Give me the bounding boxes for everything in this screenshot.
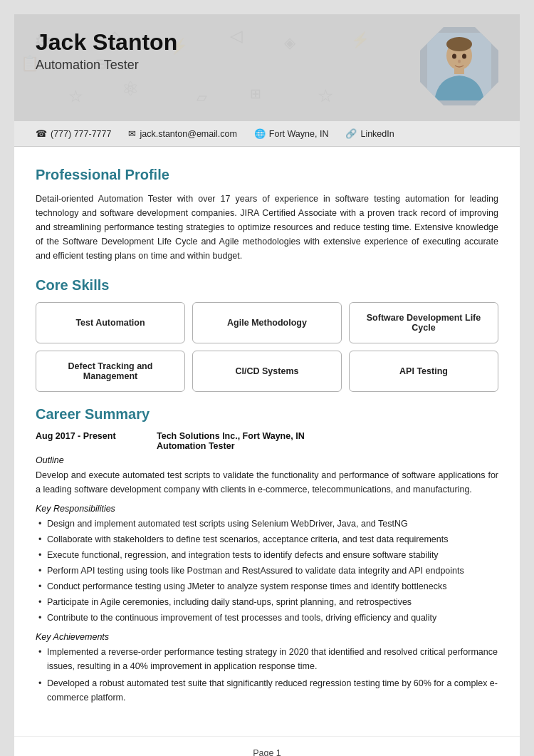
contact-location: 🌐 Fort Wayne, IN <box>254 128 329 139</box>
contact-linkedin[interactable]: 🔗 LinkedIn <box>345 128 394 139</box>
job-role-1: Automation Tester <box>157 441 235 451</box>
svg-point-17 <box>452 53 456 58</box>
skill-card-5: CI/CD Systems <box>192 351 342 392</box>
achievement-2: Developed a robust automated test suite … <box>36 676 498 705</box>
job-company-1: Tech Solutions Inc., Fort Wayne, IN <box>157 431 305 441</box>
contact-bar: ☎ (777) 777-7777 ✉ jack.stanton@email.co… <box>14 121 520 147</box>
svg-text:⚛: ⚛ <box>122 78 139 100</box>
page-footer: Page 1 <box>14 736 520 756</box>
job-header-1: Aug 2017 - Present Tech Solutions Inc., … <box>36 431 498 451</box>
career-section-title: Career Summary <box>36 406 498 423</box>
svg-text:☆: ☆ <box>68 87 83 105</box>
svg-point-19 <box>458 59 461 63</box>
responsibility-2: Collaborate with stakeholders to define … <box>36 532 498 547</box>
achievements-label: Key Achievements <box>36 632 498 642</box>
responsibilities-list: Design and implement automated test scri… <box>36 517 498 625</box>
responsibility-7: Contribute to the continuous improvement… <box>36 611 498 625</box>
header-section: ⚙ ☆ ◇ ⚛ ⚡ ▱ ◁ ⊞ ◈ ☆ ⚡ 📋 ⊟ Jack Stanton A… <box>14 14 520 121</box>
skill-card-2: Agile Methodology <box>192 302 342 343</box>
job-entry-1: Aug 2017 - Present Tech Solutions Inc., … <box>36 431 498 705</box>
career-section: Career Summary Aug 2017 - Present Tech S… <box>36 406 498 705</box>
profile-text: Detail-oriented Automation Tester with o… <box>36 192 498 263</box>
svg-rect-16 <box>454 67 464 74</box>
link-icon: 🔗 <box>345 128 357 139</box>
skills-section-title: Core Skills <box>36 277 498 294</box>
resume-page: ⚙ ☆ ◇ ⚛ ⚡ ▱ ◁ ⊞ ◈ ☆ ⚡ 📋 ⊟ Jack Stanton A… <box>14 14 520 756</box>
achievements-list: Implemented a reverse-order performance … <box>36 645 498 705</box>
outline-text: Develop and execute automated test scrip… <box>36 468 498 497</box>
main-content: Professional Profile Detail-oriented Aut… <box>14 147 520 736</box>
svg-text:⊞: ⊞ <box>250 86 261 101</box>
skill-card-1: Test Automation <box>36 302 185 343</box>
responsibility-3: Execute functional, regression, and inte… <box>36 548 498 562</box>
responsibility-4: Perform API testing using tools like Pos… <box>36 564 498 578</box>
svg-point-15 <box>446 37 472 51</box>
responsibility-5: Conduct performance testing using JMeter… <box>36 579 498 594</box>
svg-text:▱: ▱ <box>197 90 207 105</box>
contact-email: ✉ jack.stanton@email.com <box>128 128 236 139</box>
outline-label: Outline <box>36 455 498 465</box>
job-dates-1: Aug 2017 - Present <box>36 431 128 451</box>
email-address: jack.stanton@email.com <box>140 129 236 139</box>
phone-icon: ☎ <box>36 128 47 139</box>
responsibilities-label: Key Responsibilities <box>36 504 498 514</box>
responsibility-1: Design and implement automated test scri… <box>36 517 498 531</box>
skill-card-3: Software Development Life Cycle <box>349 302 498 343</box>
profile-section-title: Professional Profile <box>36 167 498 183</box>
contact-phone: ☎ (777) 777-7777 <box>36 128 111 139</box>
skill-card-6: API Testing <box>349 351 498 392</box>
skills-grid: Test Automation Agile Methodology Softwa… <box>36 302 498 392</box>
responsibility-6: Participate in Agile ceremonies, includi… <box>36 595 498 609</box>
skills-section: Core Skills Test Automation Agile Method… <box>36 277 498 392</box>
page-number: Page 1 <box>253 748 281 756</box>
candidate-photo <box>420 27 498 105</box>
skill-card-4: Defect Tracking and Management <box>36 351 185 392</box>
location-text: Fort Wayne, IN <box>269 129 329 139</box>
email-icon: ✉ <box>128 128 136 139</box>
profile-section: Professional Profile Detail-oriented Aut… <box>36 167 498 263</box>
job-info-1: Tech Solutions Inc., Fort Wayne, IN Auto… <box>157 431 305 451</box>
achievement-1: Implemented a reverse-order performance … <box>36 645 498 673</box>
location-icon: 🌐 <box>254 128 266 139</box>
phone-number: (777) 777-7777 <box>51 129 111 139</box>
svg-text:☆: ☆ <box>318 86 333 105</box>
linkedin-label: LinkedIn <box>360 129 394 139</box>
svg-point-18 <box>462 53 466 58</box>
